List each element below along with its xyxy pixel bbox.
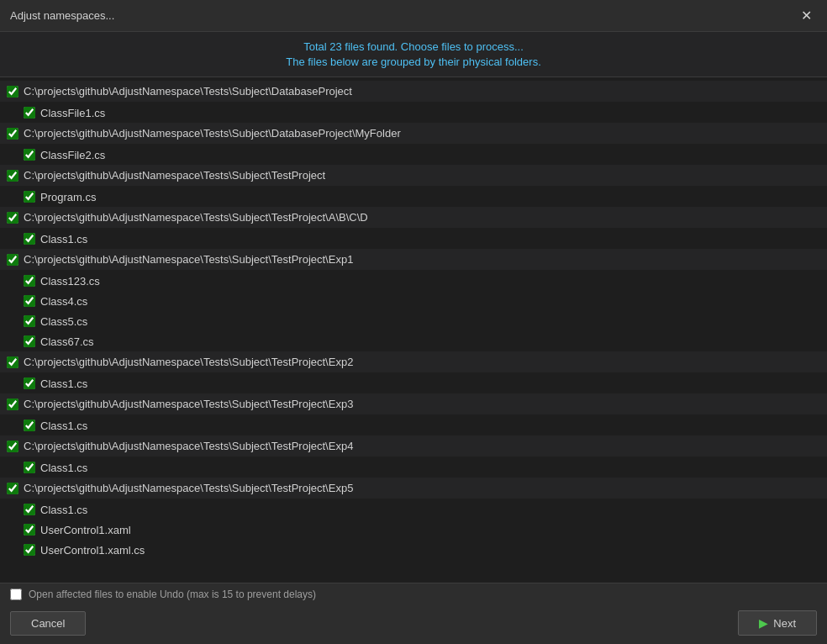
folder-row: C:\projects\github\AdjustNamespace\Tests… <box>0 351 827 373</box>
file-list[interactable]: C:\projects\github\AdjustNamespace\Tests… <box>0 77 827 583</box>
folder-checkbox[interactable] <box>7 128 18 140</box>
dialog-title: Adjust namespaces... <box>10 9 114 22</box>
file-checkbox[interactable] <box>24 191 35 203</box>
folder-path: C:\projects\github\AdjustNamespace\Tests… <box>24 127 401 140</box>
file-row: Class1.cs <box>0 229 827 249</box>
folder-checkbox[interactable] <box>7 483 18 494</box>
file-checkbox[interactable] <box>24 315 35 327</box>
folder-row: C:\projects\github\AdjustNamespace\Tests… <box>0 393 827 415</box>
file-row: UserControl1.xaml <box>0 520 827 540</box>
file-checkbox[interactable] <box>24 524 35 536</box>
folder-row: C:\projects\github\AdjustNamespace\Tests… <box>0 123 827 145</box>
header-info: Total 23 files found. Choose files to pr… <box>0 32 827 77</box>
folder-checkbox[interactable] <box>7 399 18 410</box>
folder-checkbox[interactable] <box>7 254 18 266</box>
footer-buttons: Cancel ▶ Next <box>0 605 827 644</box>
file-name: Class1.cs <box>40 377 87 390</box>
file-row: Class123.cs <box>0 271 827 291</box>
folder-path: C:\projects\github\AdjustNamespace\Tests… <box>24 398 353 410</box>
next-icon: ▶ <box>759 616 768 630</box>
folder-path: C:\projects\github\AdjustNamespace\Tests… <box>24 211 368 224</box>
header-line1: Total 23 files found. Choose files to pr… <box>10 40 817 53</box>
file-checkbox[interactable] <box>24 233 35 245</box>
folder-path: C:\projects\github\AdjustNamespace\Tests… <box>24 85 352 98</box>
file-row: Class1.cs <box>0 499 827 520</box>
folder-row: C:\projects\github\AdjustNamespace\Tests… <box>0 207 827 229</box>
folder-path: C:\projects\github\AdjustNamespace\Tests… <box>24 169 325 182</box>
footer-options: Open affected files to enable Undo (max … <box>0 583 827 605</box>
close-button[interactable]: ✕ <box>796 8 817 24</box>
folder-path: C:\projects\github\AdjustNamespace\Tests… <box>24 440 353 452</box>
file-checkbox[interactable] <box>24 504 35 515</box>
file-name: Class1.cs <box>40 504 87 516</box>
folder-checkbox[interactable] <box>7 86 18 98</box>
title-bar: Adjust namespaces... ✕ <box>0 0 827 32</box>
next-button[interactable]: ▶ Next <box>738 610 817 636</box>
file-checkbox[interactable] <box>24 377 35 389</box>
folder-checkbox[interactable] <box>7 212 18 224</box>
file-name: UserControl1.xaml <box>40 524 131 536</box>
file-row: Class67.cs <box>0 331 827 351</box>
file-name: Class1.cs <box>40 233 87 245</box>
file-name: Program.cs <box>40 191 96 203</box>
header-line2: The files below are grouped by their phy… <box>10 55 817 68</box>
file-row: ClassFile2.cs <box>0 145 827 165</box>
file-row: Class1.cs <box>0 415 827 435</box>
folder-checkbox[interactable] <box>7 170 18 182</box>
file-name: ClassFile2.cs <box>40 149 105 161</box>
folder-path: C:\projects\github\AdjustNamespace\Tests… <box>24 482 353 494</box>
undo-option-label: Open affected files to enable Undo (max … <box>29 589 316 600</box>
file-row: Class1.cs <box>0 373 827 393</box>
file-checkbox[interactable] <box>24 107 35 119</box>
file-checkbox[interactable] <box>24 544 35 556</box>
file-name: Class1.cs <box>40 462 87 474</box>
folder-checkbox[interactable] <box>7 441 18 452</box>
undo-option-checkbox[interactable] <box>10 589 22 600</box>
file-name: Class4.cs <box>40 295 87 308</box>
file-name: UserControl1.xaml.cs <box>40 544 145 557</box>
file-row: UserControl1.xaml.cs <box>0 540 827 560</box>
main-content: C:\projects\github\AdjustNamespace\Tests… <box>0 77 827 583</box>
cancel-button[interactable]: Cancel <box>10 611 86 636</box>
file-row: Class5.cs <box>0 311 827 331</box>
folder-checkbox[interactable] <box>7 356 18 368</box>
file-checkbox[interactable] <box>24 295 35 307</box>
file-name: Class1.cs <box>40 420 87 432</box>
file-checkbox[interactable] <box>24 462 35 473</box>
file-row: Class1.cs <box>0 457 827 478</box>
folder-row: C:\projects\github\AdjustNamespace\Tests… <box>0 435 827 457</box>
file-row: Class4.cs <box>0 291 827 311</box>
file-row: ClassFile1.cs <box>0 103 827 123</box>
file-name: ClassFile1.cs <box>40 107 105 119</box>
file-checkbox[interactable] <box>24 149 35 161</box>
file-name: Class123.cs <box>40 275 100 288</box>
file-name: Class67.cs <box>40 335 94 348</box>
folder-row: C:\projects\github\AdjustNamespace\Tests… <box>0 81 827 103</box>
folder-path: C:\projects\github\AdjustNamespace\Tests… <box>24 356 353 368</box>
file-checkbox[interactable] <box>24 335 35 347</box>
folder-row: C:\projects\github\AdjustNamespace\Tests… <box>0 249 827 271</box>
file-row: Program.cs <box>0 187 827 207</box>
file-name: Class5.cs <box>40 315 87 328</box>
next-label: Next <box>773 617 796 630</box>
folder-path: C:\projects\github\AdjustNamespace\Tests… <box>24 253 353 266</box>
file-checkbox[interactable] <box>24 420 35 431</box>
folder-row: C:\projects\github\AdjustNamespace\Tests… <box>0 478 827 499</box>
folder-row: C:\projects\github\AdjustNamespace\Tests… <box>0 165 827 187</box>
footer: Open affected files to enable Undo (max … <box>0 583 827 644</box>
file-checkbox[interactable] <box>24 275 35 287</box>
